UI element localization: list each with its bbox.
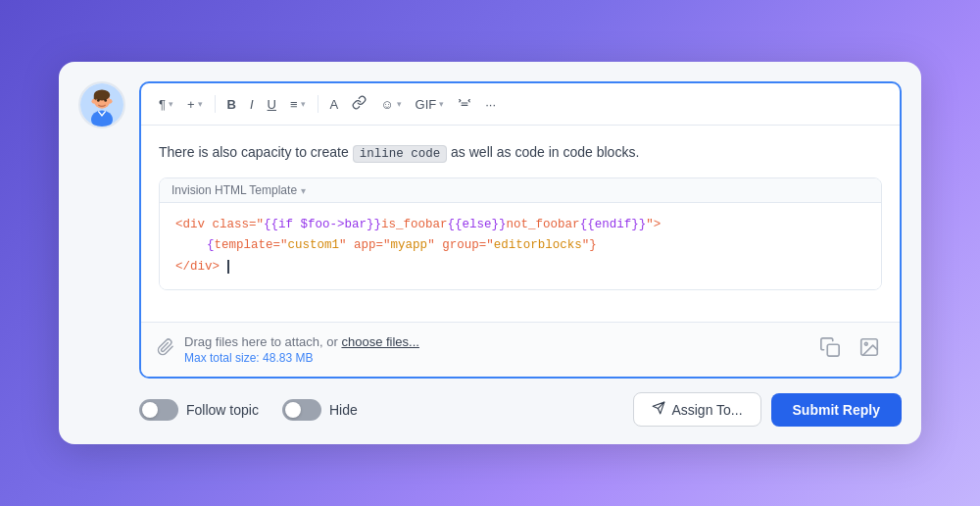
avatar xyxy=(78,81,125,128)
emoji-btn[interactable]: ☺ ▾ xyxy=(374,93,407,116)
link-btn[interactable] xyxy=(346,91,372,117)
editor-content[interactable]: There is also capacity to create inline … xyxy=(141,126,900,322)
image-icon-btn[interactable] xyxy=(855,334,884,365)
gif-btn[interactable]: GIF ▾ xyxy=(410,93,451,116)
bottom-bar: Follow topic Hide Assign To... Submit xyxy=(78,379,902,427)
send-icon xyxy=(652,401,665,418)
code-line-2: {template="custom1" app="myapp" group="e… xyxy=(175,235,865,256)
prose-paragraph: There is also capacity to create inline … xyxy=(159,141,882,164)
paragraph-btn[interactable]: ¶ ▾ xyxy=(153,93,179,116)
assign-to-button[interactable]: Assign To... xyxy=(633,392,760,427)
toolbar: ¶ ▾ + ▾ B I U ≡ ▾ xyxy=(141,83,900,126)
inline-code: inline code xyxy=(353,145,448,163)
toggle-knob-2 xyxy=(285,402,301,418)
sep1 xyxy=(215,95,216,113)
bold-btn[interactable]: B xyxy=(221,93,242,116)
follow-topic-toggle-item: Follow topic xyxy=(139,399,259,421)
follow-topic-label: Follow topic xyxy=(186,402,259,418)
list-btn[interactable]: ≡ ▾ xyxy=(284,93,312,116)
mention-btn[interactable] xyxy=(452,92,477,117)
svg-point-13 xyxy=(864,342,867,345)
attach-drag-text: Drag files here to attach, or choose fil… xyxy=(184,334,419,349)
attach-right xyxy=(815,334,884,365)
submit-reply-button[interactable]: Submit Reply xyxy=(771,393,902,427)
paperclip-icon xyxy=(157,338,174,361)
editor-container: ¶ ▾ + ▾ B I U ≡ ▾ xyxy=(59,62,921,444)
attach-info: Drag files here to attach, or choose fil… xyxy=(184,334,419,365)
svg-rect-11 xyxy=(827,344,839,356)
code-block-body: <div class="{{if $foo->bar}}is_foobar{{e… xyxy=(160,203,881,289)
hide-toggle-item: Hide xyxy=(282,399,358,421)
plus-btn[interactable]: + ▾ xyxy=(181,93,209,116)
copy-icon-btn[interactable] xyxy=(815,334,845,365)
sep2 xyxy=(318,95,318,113)
hide-label: Hide xyxy=(329,402,358,418)
svg-point-6 xyxy=(97,99,100,102)
editor-area: ¶ ▾ + ▾ B I U ≡ ▾ xyxy=(78,81,902,379)
mention-icon xyxy=(458,96,471,113)
code-block: Invision HTML Template ▾ <div class="{{i… xyxy=(159,177,882,290)
toggle-knob xyxy=(142,402,158,418)
svg-point-4 xyxy=(91,99,96,104)
code-block-header: Invision HTML Template ▾ xyxy=(160,178,881,203)
follow-topic-toggle[interactable] xyxy=(139,399,178,421)
italic-btn[interactable]: I xyxy=(244,93,260,116)
underline-btn[interactable]: U xyxy=(262,93,282,116)
attach-area: Drag files here to attach, or choose fil… xyxy=(141,322,900,377)
link-icon xyxy=(352,95,367,113)
code-line-1: <div class="{{if $foo->bar}}is_foobar{{e… xyxy=(175,215,865,235)
editor-box: ¶ ▾ + ▾ B I U ≡ ▾ xyxy=(139,81,902,379)
action-buttons: Assign To... Submit Reply xyxy=(633,392,902,427)
svg-point-8 xyxy=(91,111,113,128)
svg-point-5 xyxy=(108,99,113,104)
attach-size: Max total size: 48.83 MB xyxy=(184,351,419,365)
choose-files-link[interactable]: choose files... xyxy=(341,334,419,349)
hide-toggle[interactable] xyxy=(282,399,321,421)
more-btn[interactable]: ··· xyxy=(479,93,502,116)
code-line-3: </div> xyxy=(175,257,865,278)
toggles: Follow topic Hide xyxy=(139,399,358,421)
attach-left: Drag files here to attach, or choose fil… xyxy=(157,334,419,365)
svg-point-7 xyxy=(104,99,107,102)
font-btn[interactable]: A xyxy=(324,93,345,116)
